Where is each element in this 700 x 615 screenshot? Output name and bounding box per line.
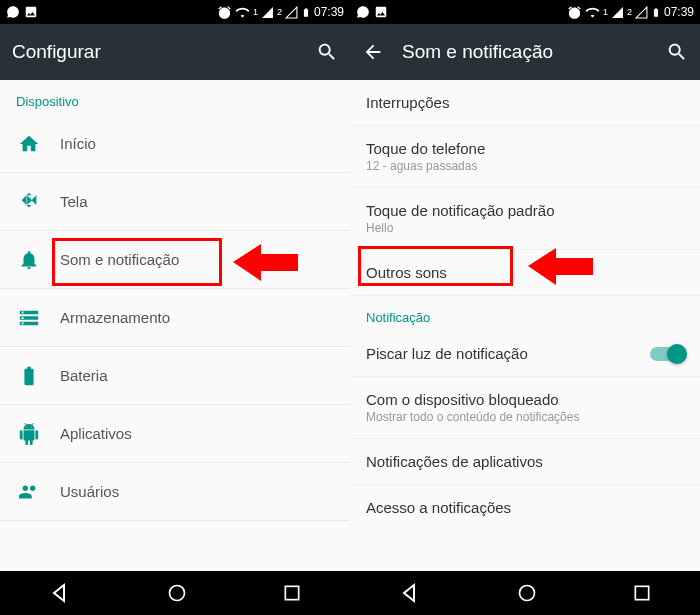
settings-item-home[interactable]: Início [0, 115, 350, 173]
page-title: Som e notificação [402, 41, 648, 63]
section-header: Dispositivo [0, 80, 350, 115]
signal-icon [611, 6, 624, 19]
item-label: Bateria [60, 367, 336, 384]
signal2-icon [635, 6, 648, 19]
settings-item-sound[interactable]: Som e notificação [0, 231, 350, 289]
item-label: Início [60, 135, 336, 152]
battery-icon [18, 365, 40, 387]
status-bar: 1 2 07:39 [350, 0, 700, 24]
pref-notification-access[interactable]: Acesso a notificações [350, 485, 700, 530]
home-icon [18, 133, 40, 155]
search-icon[interactable] [666, 41, 688, 63]
sim2-badge: 2 [277, 7, 282, 17]
back-button[interactable] [398, 581, 422, 605]
item-label: Armazenamento [60, 309, 336, 326]
pref-other-sounds[interactable]: Outros sons [350, 250, 700, 296]
storage-icon [18, 307, 40, 329]
settings-item-apps[interactable]: Aplicativos [0, 405, 350, 463]
svg-rect-1 [286, 586, 299, 599]
image-icon [374, 5, 388, 19]
settings-item-display[interactable]: Tela [0, 173, 350, 231]
item-label: Aplicativos [60, 425, 336, 442]
clock: 07:39 [664, 5, 694, 19]
back-icon[interactable] [362, 41, 384, 63]
home-button[interactable] [517, 583, 537, 603]
signal-badge: 1 [253, 7, 258, 17]
bell-icon [18, 249, 40, 271]
page-title: Configurar [12, 41, 298, 63]
sound-settings-screen: 1 2 07:39 Som e notificação Interrupções… [350, 0, 700, 615]
pref-locked-device[interactable]: Com o dispositivo bloqueado Mostrar todo… [350, 377, 700, 439]
wifi-icon [235, 5, 250, 20]
app-bar: Configurar [0, 24, 350, 80]
alarm-icon [567, 5, 582, 20]
settings-item-storage[interactable]: Armazenamento [0, 289, 350, 347]
battery-icon [301, 5, 311, 20]
image-icon [24, 5, 38, 19]
app-bar: Som e notificação [350, 24, 700, 80]
recent-button[interactable] [632, 583, 652, 603]
signal2-icon [285, 6, 298, 19]
nav-bar [0, 571, 350, 615]
item-label: Tela [60, 193, 336, 210]
users-icon [18, 481, 40, 503]
svg-point-0 [169, 586, 184, 601]
status-bar: 1 2 07:39 [0, 0, 350, 24]
battery-icon [651, 5, 661, 20]
settings-list: Dispositivo Início Tela Som e notificaçã… [0, 80, 350, 571]
pref-interruptions[interactable]: Interrupções [350, 80, 700, 126]
pref-pulse-light[interactable]: Piscar luz de notificação [350, 331, 700, 377]
svg-rect-3 [636, 586, 649, 599]
settings-item-users[interactable]: Usuários [0, 463, 350, 521]
back-button[interactable] [48, 581, 72, 605]
pref-phone-ringtone[interactable]: Toque do telefone 12 - aguas passadas [350, 126, 700, 188]
search-icon[interactable] [316, 41, 338, 63]
alarm-icon [217, 5, 232, 20]
recent-button[interactable] [282, 583, 302, 603]
svg-point-2 [519, 586, 534, 601]
home-button[interactable] [167, 583, 187, 603]
clock: 07:39 [314, 5, 344, 19]
signal-badge: 1 [603, 7, 608, 17]
wifi-icon [585, 5, 600, 20]
item-label: Usuários [60, 483, 336, 500]
toggle-switch[interactable] [650, 347, 684, 361]
section-header: Notificação [350, 296, 700, 331]
item-label: Som e notificação [60, 251, 336, 268]
whatsapp-icon [356, 5, 370, 19]
signal-icon [261, 6, 274, 19]
android-icon [18, 423, 40, 445]
display-icon [18, 191, 40, 213]
sound-settings-list: Interrupções Toque do telefone 12 - agua… [350, 80, 700, 571]
sim2-badge: 2 [627, 7, 632, 17]
settings-item-battery[interactable]: Bateria [0, 347, 350, 405]
whatsapp-icon [6, 5, 20, 19]
pref-notification-ringtone[interactable]: Toque de notificação padrão Hello [350, 188, 700, 250]
nav-bar [350, 571, 700, 615]
pref-app-notifications[interactable]: Notificações de aplicativos [350, 439, 700, 485]
settings-screen: 1 2 07:39 Configurar Dispositivo Início … [0, 0, 350, 615]
